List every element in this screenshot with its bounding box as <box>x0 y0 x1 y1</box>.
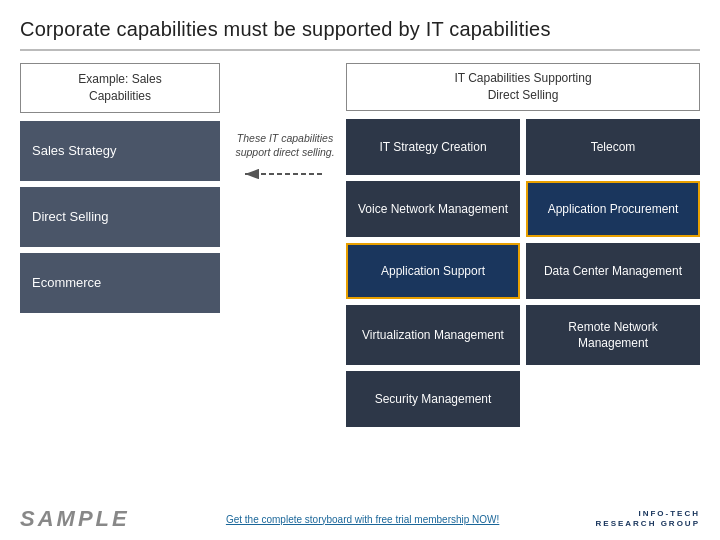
footer-link[interactable]: Get the complete storyboard with free tr… <box>226 514 499 525</box>
it-header: IT Capabilities Supporting Direct Sellin… <box>346 63 700 111</box>
it-grid: IT Strategy Creation Telecom Voice Netwo… <box>346 119 700 427</box>
right-panel: IT Capabilities Supporting Direct Sellin… <box>346 63 700 427</box>
it-cell-data-center: Data Center Management <box>526 243 700 299</box>
sample-label: SAMPLE <box>20 506 130 532</box>
it-cell-app-procurement: Application Procurement <box>526 181 700 237</box>
page-title: Corporate capabilities must be supported… <box>20 18 700 41</box>
page: Corporate capabilities must be supported… <box>0 0 720 540</box>
main-layout: Example: Sales Capabilities Sales Strate… <box>20 63 700 427</box>
it-cell-virtualization: Virtualization Management <box>346 305 520 365</box>
left-header: Example: Sales Capabilities <box>20 63 220 113</box>
divider <box>20 49 700 51</box>
left-panel: Example: Sales Capabilities Sales Strate… <box>20 63 220 319</box>
arrow-label: These IT capabilities support direct sel… <box>235 131 334 159</box>
footer: SAMPLE Get the complete storyboard with … <box>20 506 700 532</box>
it-cell-strategy: IT Strategy Creation <box>346 119 520 175</box>
arrow-icon <box>240 163 330 185</box>
it-cell-security: Security Management <box>346 371 520 427</box>
it-cell-remote-network: Remote Network Management <box>526 305 700 365</box>
capability-sales-strategy: Sales Strategy <box>20 121 220 181</box>
it-cell-voice-network: Voice Network Management <box>346 181 520 237</box>
capability-ecommerce: Ecommerce <box>20 253 220 313</box>
it-cell-app-support: Application Support <box>346 243 520 299</box>
arrow-area: These IT capabilities support direct sel… <box>230 63 340 185</box>
footer-logo: INFO-TECH RESEARCH GROUP <box>596 509 700 530</box>
it-cell-telecom: Telecom <box>526 119 700 175</box>
capability-direct-selling: Direct Selling <box>20 187 220 247</box>
